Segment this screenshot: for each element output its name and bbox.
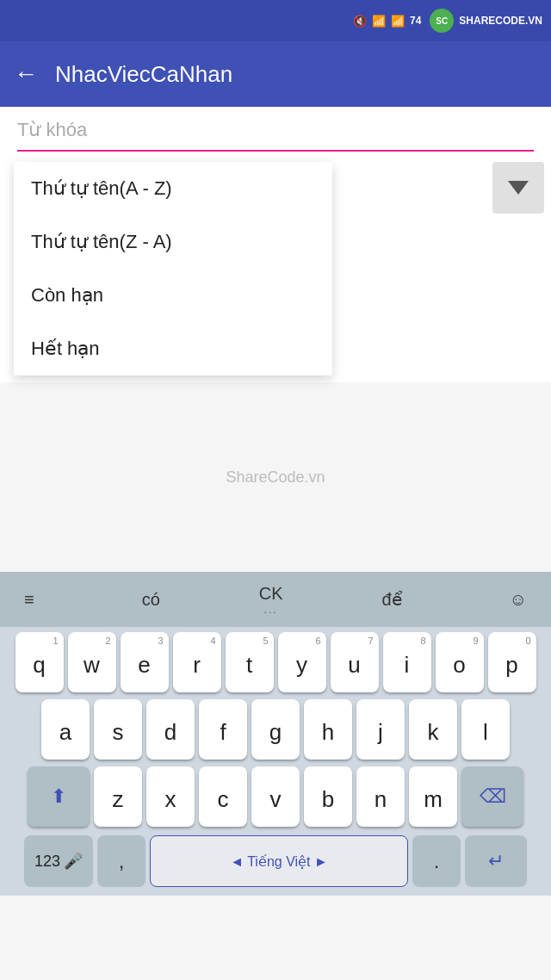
watermark-text: ShareCode.vn (226, 468, 325, 487)
shift-key[interactable]: ⬆ (28, 766, 90, 827)
wifi-icon: 📶 (372, 15, 386, 28)
chevron-down-icon (508, 181, 529, 195)
dropdown-list: Thứ tự tên(A - Z) Thứ tự tên(Z - A) Còn … (14, 162, 332, 375)
backspace-icon: ⌫ (480, 785, 506, 808)
key-a[interactable]: a (41, 699, 90, 760)
enter-key[interactable]: ↵ (465, 835, 527, 887)
key-t[interactable]: 5t (226, 632, 274, 692)
keyboard-bottom-row: 123 🎤 , ◄ Tiếng Việt ► . ↵ (0, 835, 551, 896)
comma-key[interactable]: , (97, 835, 145, 887)
key-row-3: ⬆ z x c v b n m ⌫ (3, 766, 548, 827)
key-g[interactable]: g (251, 699, 300, 760)
brand-text: SHARECODE.VN (459, 15, 542, 27)
dropdown-option-3[interactable]: Còn hạn (14, 269, 332, 322)
keyboard-toolbar: ≡ có CK ... để ☺ (0, 572, 551, 627)
backspace-key[interactable]: ⌫ (461, 766, 523, 827)
key-y[interactable]: 6y (278, 632, 326, 692)
key-row-1: 1q 2w 3e 4r 5t 6y 7u 8i 9o 0p (3, 632, 548, 692)
search-area (0, 107, 551, 152)
key-k[interactable]: k (409, 699, 457, 760)
status-bar-icons: 🔇 📶 📶 74 SC SHARECODE.VN (353, 9, 542, 33)
dropdown-option-4[interactable]: Hết hạn (14, 322, 332, 375)
num-key[interactable]: 123 🎤 (24, 835, 93, 887)
app-bar: ← NhacViecCaNhan (0, 41, 551, 107)
key-p[interactable]: 0p (488, 632, 536, 692)
key-m[interactable]: m (409, 766, 457, 827)
dropdown-area: Thứ tự tên(A - Z) Thứ tự tên(Z - A) Còn … (0, 152, 551, 382)
search-input[interactable] (17, 119, 534, 150)
key-i[interactable]: 8i (383, 632, 431, 692)
status-bar: 🔇 📶 📶 74 SC SHARECODE.VN (0, 0, 551, 41)
key-n[interactable]: n (356, 766, 405, 827)
key-l[interactable]: l (461, 699, 510, 760)
key-u[interactable]: 7u (331, 632, 379, 692)
keyboard-menu-button[interactable]: ≡ (15, 585, 43, 615)
back-button[interactable]: ← (14, 60, 38, 88)
mic-icon: 🎤 (64, 852, 83, 871)
shift-icon: ⬆ (51, 785, 66, 808)
num-label: 123 (34, 853, 60, 871)
suggestion-2-text: CK (259, 584, 283, 604)
dropdown-option-2[interactable]: Thứ tự tên(Z - A) (14, 215, 332, 269)
dropdown-arrow-button[interactable] (492, 162, 544, 214)
key-z[interactable]: z (94, 766, 142, 827)
suggestion-2-container[interactable]: CK ... (259, 584, 283, 616)
dropdown-option-1[interactable]: Thứ tự tên(A - Z) (14, 162, 332, 215)
app-logo: SC (430, 9, 454, 33)
key-d[interactable]: d (146, 699, 195, 760)
key-v[interactable]: v (251, 766, 300, 827)
battery-time: 74 (410, 15, 421, 27)
key-c[interactable]: c (199, 766, 247, 827)
key-j[interactable]: j (356, 699, 405, 760)
key-w[interactable]: 2w (68, 632, 116, 692)
key-b[interactable]: b (304, 766, 352, 827)
key-h[interactable]: h (304, 699, 352, 760)
key-row-2: a s d f g h j k l (3, 699, 548, 760)
key-f[interactable]: f (199, 699, 247, 760)
key-x[interactable]: x (146, 766, 195, 827)
keyboard-area: ≡ có CK ... để ☺ 1q 2w 3e 4r 5t 6y 7u 8i… (0, 572, 551, 896)
mute-icon: 🔇 (353, 15, 367, 28)
keyboard-rows: 1q 2w 3e 4r 5t 6y 7u 8i 9o 0p a s d f g … (0, 627, 551, 835)
key-o[interactable]: 9o (436, 632, 484, 692)
key-s[interactable]: s (94, 699, 142, 760)
period-key[interactable]: . (412, 835, 461, 887)
key-e[interactable]: 3e (121, 632, 169, 692)
suggestion-1-button[interactable]: có (133, 585, 169, 615)
space-key[interactable]: ◄ Tiếng Việt ► (150, 835, 408, 887)
signal-icon: 📶 (391, 15, 405, 28)
keyboard-emoji-button[interactable]: ☺ (501, 585, 536, 615)
content-area: ShareCode.vn (0, 382, 551, 572)
suggestion-2-dots: ... (264, 604, 278, 616)
key-q[interactable]: 1q (15, 632, 64, 692)
suggestion-3-button[interactable]: để (373, 584, 410, 615)
key-r[interactable]: 4r (173, 632, 221, 692)
app-title: NhacViecCaNhan (55, 61, 232, 88)
space-label: ◄ Tiếng Việt ► (230, 853, 328, 870)
